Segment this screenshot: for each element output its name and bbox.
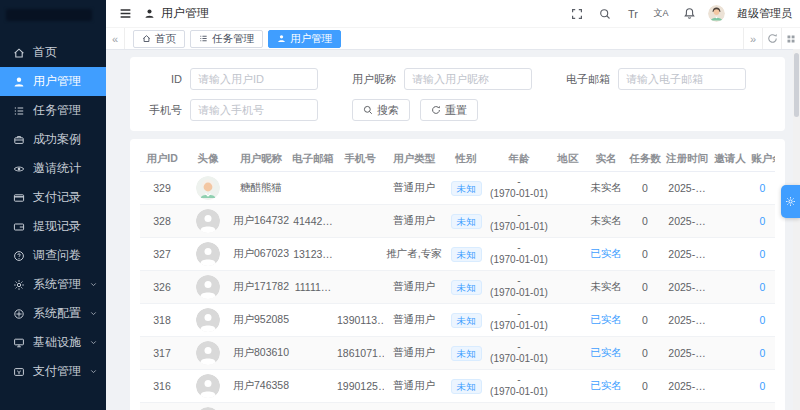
cell-balance: 0 bbox=[750, 205, 775, 238]
sidebar-item-label: 系统配置 bbox=[33, 305, 81, 322]
search-button[interactable]: 搜索 bbox=[352, 99, 410, 121]
user-icon bbox=[144, 8, 155, 19]
balance-link[interactable]: 0 bbox=[760, 248, 766, 260]
user-table-panel: 用户ID 头像 用户昵称 电子邮箱 手机号 用户类型 性别 年龄 地区 实名 任… bbox=[130, 139, 785, 410]
page-content: ID 用户昵称 电子邮箱 手机号 bbox=[106, 50, 800, 410]
tabs-more-grid-icon[interactable] bbox=[781, 28, 800, 49]
sidebar-menu: 首页 用户管理 任务管理 成功案例 邀请统计 支付记录 bbox=[0, 34, 106, 386]
cell-phone bbox=[336, 271, 384, 304]
tab-user-management[interactable]: 用户管理 bbox=[268, 30, 341, 48]
settings-drawer-button[interactable] bbox=[781, 185, 800, 218]
tabs-expand-right-icon[interactable]: » bbox=[743, 28, 762, 49]
cell-nickname: 用户803610 bbox=[232, 337, 290, 370]
eye-icon bbox=[13, 163, 25, 175]
sidebar-item-success-cases[interactable]: 成功案例 bbox=[0, 125, 106, 154]
cell-gender: 未知 bbox=[444, 172, 488, 205]
home-icon bbox=[142, 34, 151, 43]
chevron-down-icon bbox=[89, 367, 98, 376]
gender-tag: 未知 bbox=[451, 280, 482, 295]
sidebar-item-label: 提现记录 bbox=[33, 218, 81, 235]
tabs-collapse-left-icon[interactable]: « bbox=[106, 28, 125, 49]
cell-gender: 未知 bbox=[444, 370, 488, 403]
custom-avatar bbox=[196, 176, 220, 200]
cell-email bbox=[290, 337, 336, 370]
sidebar-item-task-management[interactable]: 任务管理 bbox=[0, 96, 106, 125]
cell-age: -(1970-01-01) bbox=[488, 304, 550, 337]
balance-link[interactable]: 0 bbox=[760, 347, 766, 359]
cell-avatar bbox=[184, 172, 232, 205]
tab-home[interactable]: 首页 bbox=[133, 30, 185, 48]
balance-link[interactable]: 0 bbox=[760, 314, 766, 326]
cell-balance: 0 bbox=[750, 271, 775, 304]
default-avatar-icon bbox=[196, 275, 220, 299]
sidebar-item-label: 任务管理 bbox=[33, 102, 81, 119]
reset-button[interactable]: 重置 bbox=[420, 99, 478, 121]
sidebar-item-home[interactable]: 首页 bbox=[0, 38, 106, 67]
hamburger-menu-icon[interactable] bbox=[116, 5, 134, 23]
gear-icon bbox=[785, 196, 796, 207]
payment-icon bbox=[13, 366, 25, 378]
sidebar-item-payment-records[interactable]: 支付记录 bbox=[0, 183, 106, 212]
task-list-icon bbox=[199, 34, 208, 43]
cell-inviter bbox=[710, 172, 750, 205]
logo bbox=[6, 2, 100, 28]
top-header: 用户管理 Tr 文A 超级管理员 bbox=[106, 0, 800, 27]
translate-icon[interactable]: 文A bbox=[652, 5, 670, 23]
cell-avatar bbox=[184, 403, 232, 410]
cell-realname: 未实名 bbox=[586, 403, 626, 410]
fullscreen-icon[interactable] bbox=[568, 5, 586, 23]
cell-avatar bbox=[184, 271, 232, 304]
column-header-nickname: 用户昵称 bbox=[232, 147, 290, 172]
gear-icon bbox=[13, 279, 25, 291]
phone-input[interactable] bbox=[190, 99, 318, 121]
sidebar-item-infrastructure[interactable]: 基础设施 bbox=[0, 328, 106, 357]
user-avatar[interactable] bbox=[708, 5, 725, 22]
cell-region bbox=[550, 238, 586, 271]
balance-link[interactable]: 0 bbox=[760, 281, 766, 293]
notification-bell-icon[interactable] bbox=[680, 5, 698, 23]
balance-link[interactable]: 0 bbox=[760, 182, 766, 194]
sidebar-item-label: 基础设施 bbox=[33, 334, 81, 351]
sidebar-item-system-management[interactable]: 系统管理 bbox=[0, 270, 106, 299]
sidebar-item-system-config[interactable]: 系统配置 bbox=[0, 299, 106, 328]
cell-age: -(1970-01-01) bbox=[488, 238, 550, 271]
cell-email: 64858… bbox=[290, 403, 336, 410]
user-name[interactable]: 超级管理员 bbox=[737, 6, 792, 21]
table-row: 327用户06702313123…推广者,专家未知-(1970-01-01)已实… bbox=[140, 238, 775, 271]
phone-field-label: 手机号 bbox=[136, 103, 182, 118]
sidebar-item-survey[interactable]: 调查问卷 bbox=[0, 241, 106, 270]
email-input[interactable] bbox=[618, 68, 746, 90]
nickname-input[interactable] bbox=[404, 68, 532, 90]
cell-phone: 1990125… bbox=[336, 370, 384, 403]
cell-gender: 未知 bbox=[444, 238, 488, 271]
balance-link[interactable]: 0 bbox=[760, 215, 766, 227]
sidebar-item-payment-management[interactable]: 支付管理 bbox=[0, 357, 106, 386]
cell-realname: 已实名 bbox=[586, 304, 626, 337]
font-size-icon[interactable]: Tr bbox=[624, 5, 642, 23]
tab-task-management[interactable]: 任务管理 bbox=[190, 30, 263, 48]
table-row: 315用户27402964858…普通用户未知-(1970-01-01)未实名0… bbox=[140, 403, 775, 410]
sidebar-item-label: 首页 bbox=[33, 44, 57, 61]
cell-realname: 未实名 bbox=[586, 172, 626, 205]
sidebar-item-user-management[interactable]: 用户管理 bbox=[0, 67, 106, 96]
sidebar-item-withdraw-records[interactable]: 提现记录 bbox=[0, 212, 106, 241]
cell-inviter bbox=[710, 370, 750, 403]
tab-label: 首页 bbox=[155, 32, 176, 46]
sidebar: 首页 用户管理 任务管理 成功案例 邀请统计 支付记录 bbox=[0, 0, 106, 410]
cell-gender: 未知 bbox=[444, 271, 488, 304]
cell-nickname: 用户171782 bbox=[232, 271, 290, 304]
id-input[interactable] bbox=[190, 68, 318, 90]
scrollbar-thumb[interactable] bbox=[794, 53, 799, 117]
cell-email bbox=[290, 304, 336, 337]
cell-user-type: 普通用户 bbox=[384, 337, 444, 370]
cell-task-count: 0 bbox=[626, 238, 664, 271]
gender-tag: 未知 bbox=[451, 313, 482, 328]
search-icon[interactable] bbox=[596, 5, 614, 23]
cell-inviter bbox=[710, 271, 750, 304]
vertical-scrollbar bbox=[793, 49, 800, 410]
tabs-refresh-icon[interactable] bbox=[762, 28, 781, 49]
sidebar-item-invite-stats[interactable]: 邀请统计 bbox=[0, 154, 106, 183]
cell-phone bbox=[336, 205, 384, 238]
balance-link[interactable]: 0 bbox=[760, 380, 766, 392]
cell-age: -(1970-01-01) bbox=[488, 172, 550, 205]
